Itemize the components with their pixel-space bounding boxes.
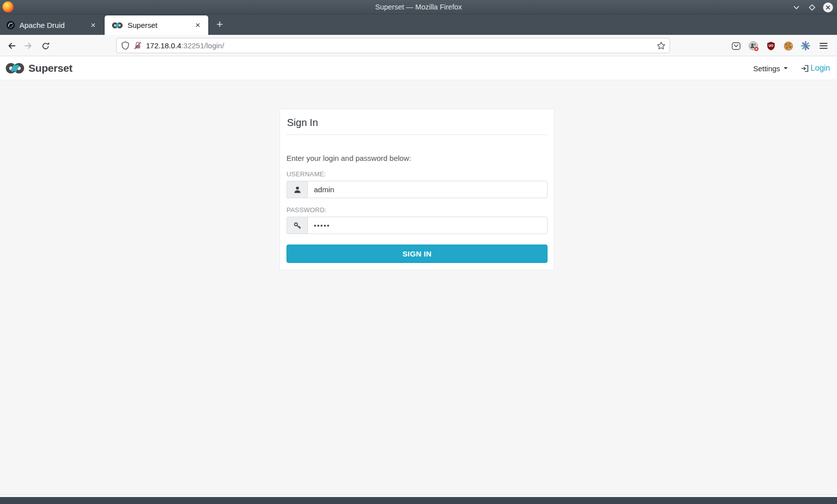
- forward-arrow-icon: [24, 41, 33, 50]
- card-divider: [286, 134, 548, 135]
- tab-apache-druid[interactable]: Apache Druid ×: [0, 15, 104, 35]
- hamburger-menu-icon: [819, 42, 828, 49]
- window-titlebar: Superset — Mozilla Firefox: [0, 0, 837, 14]
- new-tab-button[interactable]: +: [213, 18, 226, 31]
- tab-superset[interactable]: Superset ×: [105, 15, 208, 35]
- pocket-icon: [731, 42, 741, 50]
- cookie-extension-button[interactable]: [781, 38, 796, 53]
- settings-menu[interactable]: Settings: [753, 64, 788, 73]
- login-label: Login: [811, 64, 830, 73]
- insecure-lock-icon: [134, 41, 142, 50]
- url-text: 172.18.0.4:32251/login/: [146, 41, 657, 50]
- extension-icon: [748, 41, 759, 51]
- ublock-shield-icon: UO: [767, 41, 775, 51]
- multicolor-asterisk-icon: [801, 41, 811, 51]
- superset-favicon: [112, 22, 123, 29]
- cookie-icon: [783, 41, 794, 51]
- superset-brand[interactable]: Superset: [5, 56, 72, 80]
- tab-label: Apache Druid: [19, 21, 88, 29]
- maximize-diamond-icon: [808, 3, 816, 11]
- pocket-save-button[interactable]: [728, 38, 743, 53]
- superset-logo-icon: [5, 62, 25, 74]
- login-link[interactable]: Login: [801, 64, 830, 73]
- chevron-down-icon: [793, 5, 800, 10]
- password-group: [286, 217, 548, 234]
- menu-button[interactable]: [816, 38, 831, 53]
- password-addon: [286, 217, 307, 234]
- tab-close-button[interactable]: ×: [88, 20, 99, 31]
- settings-label: Settings: [753, 64, 780, 73]
- window-bottom-edge: [0, 497, 837, 504]
- password-label: PASSWORD:: [286, 206, 548, 214]
- url-path: :32251/login/: [181, 41, 224, 50]
- sign-in-button[interactable]: SIGN IN: [286, 245, 548, 263]
- tab-close-button[interactable]: ×: [192, 20, 203, 31]
- tab-label: Superset: [128, 21, 192, 29]
- bookmark-star-icon[interactable]: [657, 41, 666, 50]
- username-group: [286, 181, 548, 198]
- url-bar[interactable]: 172.18.0.4:32251/login/: [116, 38, 670, 53]
- browser-toolbar: 172.18.0.4:32251/login/: [0, 35, 837, 56]
- window-minimize-button[interactable]: [791, 2, 801, 12]
- window-close-button[interactable]: [823, 2, 833, 12]
- password-input[interactable]: [307, 217, 548, 234]
- druid-favicon: [6, 21, 15, 29]
- tracking-protection-shield-icon: [122, 41, 129, 50]
- browser-window: Superset — Mozilla Firefox Apache Druid …: [0, 0, 837, 504]
- tab-bar: Apache Druid × Superset × +: [0, 14, 837, 35]
- url-host: 172.18.0.4: [146, 41, 181, 50]
- brand-name: Superset: [28, 62, 72, 74]
- chevron-down-icon: [784, 67, 788, 69]
- reload-icon: [41, 42, 50, 50]
- username-label: USERNAME:: [286, 170, 548, 178]
- close-icon: [826, 5, 831, 10]
- username-input[interactable]: [307, 181, 548, 198]
- extension-button[interactable]: [746, 38, 761, 53]
- forward-button[interactable]: [21, 38, 36, 53]
- ublock-button[interactable]: UO: [763, 38, 778, 53]
- superset-navbar: Superset Settings Login: [0, 56, 837, 80]
- instruction-text: Enter your login and password below:: [286, 154, 548, 162]
- window-maximize-button[interactable]: [807, 2, 817, 12]
- reload-button[interactable]: [38, 38, 53, 53]
- user-icon: [293, 186, 301, 194]
- window-title: Superset — Mozilla Firefox: [0, 0, 837, 14]
- extension-asterisk-button[interactable]: [798, 38, 813, 53]
- back-button[interactable]: [4, 38, 19, 53]
- card-title: Sign In: [287, 117, 547, 128]
- sign-in-card: Sign In Enter your login and password be…: [279, 109, 555, 270]
- username-addon: [286, 181, 307, 198]
- back-arrow-icon: [7, 41, 16, 50]
- key-icon: [293, 222, 301, 230]
- svg-text:UO: UO: [768, 44, 773, 47]
- sign-in-icon: [801, 64, 809, 73]
